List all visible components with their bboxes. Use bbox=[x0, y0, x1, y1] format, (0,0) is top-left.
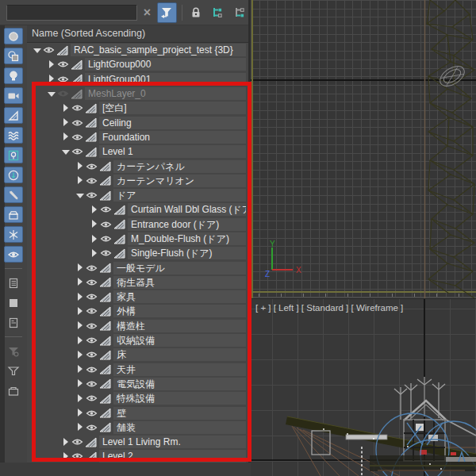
display-cameras-icon[interactable] bbox=[4, 87, 23, 104]
expand-arrow-icon[interactable] bbox=[76, 191, 85, 200]
display-groups-icon[interactable] bbox=[4, 147, 23, 163]
tree-row-label[interactable]: LightGroup000 bbox=[85, 58, 246, 71]
display-geometry-icon[interactable] bbox=[4, 28, 23, 44]
tree-row-label[interactable]: カーテンマリオン bbox=[113, 175, 246, 187]
tree-row[interactable]: 一般モデル bbox=[27, 260, 248, 274]
bottom-viewport[interactable]: [ + ] [ Left ] [ Standard ] [ Wireframe … bbox=[251, 298, 476, 476]
tree-row-label[interactable]: 特殊設備 bbox=[113, 392, 246, 405]
tree-row[interactable]: Level 1 bbox=[27, 144, 248, 159]
visibility-eye-icon[interactable] bbox=[86, 351, 98, 359]
tree-row[interactable]: 外構 bbox=[27, 304, 248, 318]
tree-row-label[interactable]: 壁 bbox=[113, 407, 246, 420]
visibility-eye-icon[interactable] bbox=[100, 249, 112, 257]
expand-arrow-icon[interactable] bbox=[76, 423, 85, 432]
visibility-eye-icon[interactable] bbox=[71, 438, 83, 446]
tree-row-label[interactable]: 電気設備 bbox=[113, 378, 246, 390]
tree-row[interactable]: MeshLayer_0 bbox=[27, 86, 248, 101]
tree-row[interactable]: RAC_basic_sample_project_test {3D} bbox=[27, 43, 248, 57]
tree-row-label[interactable]: MeshLayer_0 bbox=[85, 87, 246, 100]
visibility-eye-icon[interactable] bbox=[71, 452, 83, 460]
tree-row-label[interactable]: RAC_basic_sample_project_test {3D} bbox=[71, 44, 246, 56]
tree-row[interactable]: M_Double-Flush (ドア) bbox=[27, 232, 248, 246]
expand-arrow-icon[interactable] bbox=[76, 336, 85, 345]
expand-arrow-icon[interactable] bbox=[62, 104, 71, 113]
tree-row-label[interactable]: M_Double-Flush (ドア) bbox=[128, 232, 246, 245]
filter-icon[interactable] bbox=[4, 363, 23, 379]
display-xrefs-icon[interactable] bbox=[4, 167, 23, 183]
expand-arrow-icon[interactable] bbox=[76, 278, 85, 286]
visibility-eye-icon[interactable] bbox=[86, 394, 98, 402]
visibility-eye-icon[interactable] bbox=[71, 133, 83, 141]
visibility-eye-icon[interactable] bbox=[86, 380, 98, 388]
list-view-icon[interactable] bbox=[4, 274, 23, 291]
display-shapes-icon[interactable] bbox=[4, 48, 23, 64]
expand-arrow-icon[interactable] bbox=[62, 452, 71, 461]
tree-row-label[interactable]: 収納設備 bbox=[113, 334, 246, 347]
expand-arrow-icon[interactable] bbox=[76, 293, 85, 301]
tree-row-label[interactable]: 一般モデル bbox=[113, 262, 246, 274]
tree-row-label[interactable]: Level 1 Living Rm. bbox=[99, 436, 246, 448]
tree-row-label[interactable]: 天井 bbox=[113, 363, 246, 376]
display-helpers-icon[interactable] bbox=[4, 107, 23, 124]
visibility-eye-icon[interactable] bbox=[100, 235, 112, 243]
tree-row-label[interactable]: 床 bbox=[113, 348, 246, 361]
name-column-header[interactable]: Name (Sorted Ascending) bbox=[27, 25, 248, 43]
container-box-icon[interactable] bbox=[4, 382, 23, 399]
display-bones-icon[interactable] bbox=[4, 186, 23, 203]
expand-arrow-icon[interactable] bbox=[76, 365, 85, 374]
tree-row[interactable]: LightGroup001 bbox=[27, 72, 248, 86]
expand-arrow-icon[interactable] bbox=[90, 205, 99, 214]
tree-row[interactable]: Curtain Wall Dbl Glass (ドア) bbox=[27, 202, 248, 217]
tree-row-label[interactable]: 舗装 bbox=[113, 421, 246, 434]
expand-arrow-icon[interactable] bbox=[76, 162, 85, 171]
visibility-eye-icon[interactable] bbox=[43, 46, 55, 54]
swatch-icon[interactable] bbox=[4, 294, 23, 311]
tree-row[interactable]: 舗装 bbox=[27, 420, 248, 435]
visibility-eye-icon[interactable] bbox=[57, 60, 69, 68]
tree-row-label[interactable]: カーテンパネル bbox=[113, 160, 246, 173]
tree-row[interactable]: ドア bbox=[27, 188, 248, 202]
tree-row-label[interactable]: ドア bbox=[113, 189, 246, 202]
tree-row[interactable]: 収納設備 bbox=[27, 333, 248, 347]
tree-row[interactable]: 壁 bbox=[27, 405, 248, 420]
expand-arrow-icon[interactable] bbox=[48, 90, 56, 98]
expand-arrow-icon[interactable] bbox=[76, 394, 85, 403]
visibility-eye-icon[interactable] bbox=[57, 75, 69, 83]
visibility-eye-icon[interactable] bbox=[86, 278, 98, 286]
visibility-eye-icon[interactable] bbox=[86, 191, 98, 199]
visibility-eye-icon[interactable] bbox=[86, 307, 98, 315]
viewport-label[interactable]: [ + ] [ Left ] [ Standard ] [ Wireframe … bbox=[255, 303, 403, 313]
tree-row[interactable]: 床 bbox=[27, 347, 248, 362]
tree-row[interactable]: 特殊設備 bbox=[27, 391, 248, 405]
expand-arrow-icon[interactable] bbox=[62, 118, 71, 127]
tree-row[interactable]: 衛生器具 bbox=[27, 275, 248, 290]
lock-button[interactable] bbox=[186, 3, 205, 22]
expand-arrow-icon[interactable] bbox=[62, 148, 71, 156]
expand-arrow-icon[interactable] bbox=[76, 379, 85, 388]
visibility-eye-icon[interactable] bbox=[86, 336, 98, 344]
visibility-eye-icon[interactable] bbox=[71, 104, 83, 112]
visibility-eye-icon[interactable] bbox=[86, 424, 98, 432]
tree-row[interactable]: LightGroup000 bbox=[27, 57, 248, 71]
visibility-eye-icon[interactable] bbox=[86, 264, 98, 272]
expand-hierarchy-button[interactable] bbox=[209, 3, 227, 22]
tree-row-label[interactable]: Ceiling bbox=[99, 117, 246, 129]
clear-search-icon[interactable]: × bbox=[141, 6, 153, 20]
tree-row-label[interactable]: 構造柱 bbox=[113, 320, 246, 332]
visibility-eye-icon[interactable] bbox=[57, 90, 69, 98]
tree-row[interactable]: Single-Flush (ドア) bbox=[27, 246, 248, 260]
expand-arrow-icon[interactable] bbox=[76, 307, 85, 316]
tree-row-label[interactable]: [空白] bbox=[99, 102, 246, 114]
display-frozen-icon[interactable] bbox=[4, 226, 23, 243]
tree-row-label[interactable]: LightGroup001 bbox=[85, 73, 246, 86]
visibility-eye-icon[interactable] bbox=[86, 322, 98, 330]
visibility-eye-icon[interactable] bbox=[100, 221, 112, 228]
expand-arrow-icon[interactable] bbox=[62, 438, 71, 447]
filter-funnel-button[interactable] bbox=[157, 2, 177, 23]
expand-arrow-icon[interactable] bbox=[76, 351, 85, 359]
tree-row-label[interactable]: 衛生器具 bbox=[113, 276, 246, 289]
tree-row[interactable]: 家具 bbox=[27, 290, 248, 304]
search-input[interactable] bbox=[6, 5, 137, 21]
expand-arrow-icon[interactable] bbox=[76, 409, 85, 417]
expand-arrow-icon[interactable] bbox=[33, 46, 42, 55]
